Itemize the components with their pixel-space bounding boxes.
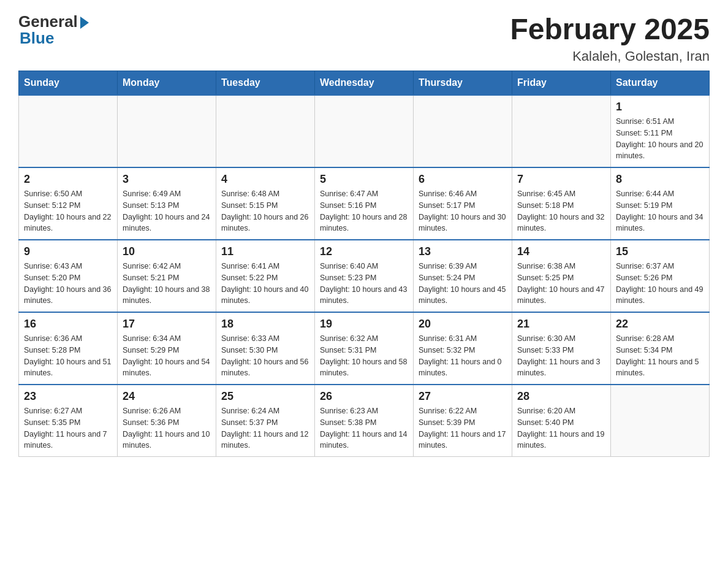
- day-sun-info: Sunrise: 6:40 AMSunset: 5:23 PMDaylight:…: [320, 261, 408, 307]
- page-header: General Blue February 2025 Kalaleh, Gole…: [18, 12, 710, 64]
- day-sun-info: Sunrise: 6:31 AMSunset: 5:32 PMDaylight:…: [419, 333, 507, 379]
- day-sun-info: Sunrise: 6:39 AMSunset: 5:24 PMDaylight:…: [419, 261, 507, 307]
- day-sun-info: Sunrise: 6:26 AMSunset: 5:36 PMDaylight:…: [123, 405, 211, 451]
- day-number: 21: [517, 318, 605, 331]
- week-row: 2Sunrise: 6:50 AMSunset: 5:12 PMDaylight…: [19, 167, 710, 240]
- day-sun-info: Sunrise: 6:32 AMSunset: 5:31 PMDaylight:…: [320, 333, 408, 379]
- calendar-day-cell: 24Sunrise: 6:26 AMSunset: 5:36 PMDayligh…: [118, 385, 216, 457]
- calendar-day-cell: 18Sunrise: 6:33 AMSunset: 5:30 PMDayligh…: [216, 312, 315, 385]
- calendar-day-cell: 1Sunrise: 6:51 AMSunset: 5:11 PMDaylight…: [611, 95, 710, 167]
- day-number: 5: [320, 173, 408, 186]
- day-sun-info: Sunrise: 6:27 AMSunset: 5:35 PMDaylight:…: [24, 405, 112, 451]
- calendar-day-cell: 4Sunrise: 6:48 AMSunset: 5:15 PMDaylight…: [216, 167, 315, 240]
- day-number: 28: [517, 390, 605, 403]
- logo: General Blue: [18, 12, 89, 48]
- calendar-day-cell: 5Sunrise: 6:47 AMSunset: 5:16 PMDaylight…: [315, 167, 414, 240]
- day-sun-info: Sunrise: 6:30 AMSunset: 5:33 PMDaylight:…: [517, 333, 605, 379]
- calendar-day-cell: [414, 95, 512, 167]
- day-of-week-header: Thursday: [414, 71, 512, 96]
- calendar-title: February 2025: [510, 12, 710, 46]
- day-number: 17: [123, 318, 211, 331]
- day-of-week-header: Sunday: [19, 71, 118, 96]
- week-row: 23Sunrise: 6:27 AMSunset: 5:35 PMDayligh…: [19, 385, 710, 457]
- calendar-day-cell: 14Sunrise: 6:38 AMSunset: 5:25 PMDayligh…: [512, 240, 611, 312]
- title-block: February 2025 Kalaleh, Golestan, Iran: [510, 12, 710, 64]
- calendar-day-cell: 22Sunrise: 6:28 AMSunset: 5:34 PMDayligh…: [611, 312, 710, 385]
- day-sun-info: Sunrise: 6:50 AMSunset: 5:12 PMDaylight:…: [24, 188, 112, 234]
- calendar-day-cell: 13Sunrise: 6:39 AMSunset: 5:24 PMDayligh…: [414, 240, 512, 312]
- day-sun-info: Sunrise: 6:44 AMSunset: 5:19 PMDaylight:…: [616, 188, 704, 234]
- day-number: 14: [517, 245, 605, 258]
- calendar-day-cell: [216, 95, 315, 167]
- day-sun-info: Sunrise: 6:36 AMSunset: 5:28 PMDaylight:…: [24, 333, 112, 379]
- calendar-day-cell: 7Sunrise: 6:45 AMSunset: 5:18 PMDaylight…: [512, 167, 611, 240]
- calendar-day-cell: 15Sunrise: 6:37 AMSunset: 5:26 PMDayligh…: [611, 240, 710, 312]
- week-row: 9Sunrise: 6:43 AMSunset: 5:20 PMDaylight…: [19, 240, 710, 312]
- day-of-week-header: Monday: [118, 71, 216, 96]
- calendar-day-cell: 25Sunrise: 6:24 AMSunset: 5:37 PMDayligh…: [216, 385, 315, 457]
- day-sun-info: Sunrise: 6:45 AMSunset: 5:18 PMDaylight:…: [517, 188, 605, 234]
- day-sun-info: Sunrise: 6:28 AMSunset: 5:34 PMDaylight:…: [616, 333, 704, 379]
- day-number: 8: [616, 173, 704, 186]
- day-number: 18: [221, 318, 309, 331]
- logo-blue-text: Blue: [20, 29, 54, 48]
- day-of-week-header: Wednesday: [315, 71, 414, 96]
- day-sun-info: Sunrise: 6:38 AMSunset: 5:25 PMDaylight:…: [517, 261, 605, 307]
- day-number: 15: [616, 245, 704, 258]
- day-sun-info: Sunrise: 6:24 AMSunset: 5:37 PMDaylight:…: [221, 405, 309, 451]
- day-number: 26: [320, 390, 408, 403]
- calendar-day-cell: 19Sunrise: 6:32 AMSunset: 5:31 PMDayligh…: [315, 312, 414, 385]
- calendar-day-cell: 3Sunrise: 6:49 AMSunset: 5:13 PMDaylight…: [118, 167, 216, 240]
- calendar-day-cell: 21Sunrise: 6:30 AMSunset: 5:33 PMDayligh…: [512, 312, 611, 385]
- day-number: 22: [616, 318, 704, 331]
- day-sun-info: Sunrise: 6:48 AMSunset: 5:15 PMDaylight:…: [221, 188, 309, 234]
- day-number: 16: [24, 318, 112, 331]
- day-number: 3: [123, 173, 211, 186]
- calendar-day-cell: [512, 95, 611, 167]
- calendar-day-cell: 16Sunrise: 6:36 AMSunset: 5:28 PMDayligh…: [19, 312, 118, 385]
- calendar-table: SundayMondayTuesdayWednesdayThursdayFrid…: [18, 71, 710, 457]
- day-sun-info: Sunrise: 6:22 AMSunset: 5:39 PMDaylight:…: [419, 405, 507, 451]
- day-number: 6: [419, 173, 507, 186]
- day-number: 11: [221, 245, 309, 258]
- day-number: 12: [320, 245, 408, 258]
- calendar-subtitle: Kalaleh, Golestan, Iran: [510, 48, 710, 64]
- day-sun-info: Sunrise: 6:49 AMSunset: 5:13 PMDaylight:…: [123, 188, 211, 234]
- day-sun-info: Sunrise: 6:23 AMSunset: 5:38 PMDaylight:…: [320, 405, 408, 451]
- calendar-day-cell: 9Sunrise: 6:43 AMSunset: 5:20 PMDaylight…: [19, 240, 118, 312]
- day-sun-info: Sunrise: 6:47 AMSunset: 5:16 PMDaylight:…: [320, 188, 408, 234]
- calendar-day-cell: 28Sunrise: 6:20 AMSunset: 5:40 PMDayligh…: [512, 385, 611, 457]
- week-row: 1Sunrise: 6:51 AMSunset: 5:11 PMDaylight…: [19, 95, 710, 167]
- week-row: 16Sunrise: 6:36 AMSunset: 5:28 PMDayligh…: [19, 312, 710, 385]
- calendar-day-cell: 8Sunrise: 6:44 AMSunset: 5:19 PMDaylight…: [611, 167, 710, 240]
- day-sun-info: Sunrise: 6:46 AMSunset: 5:17 PMDaylight:…: [419, 188, 507, 234]
- day-number: 20: [419, 318, 507, 331]
- calendar-day-cell: 26Sunrise: 6:23 AMSunset: 5:38 PMDayligh…: [315, 385, 414, 457]
- calendar-header: SundayMondayTuesdayWednesdayThursdayFrid…: [19, 71, 710, 96]
- day-number: 7: [517, 173, 605, 186]
- day-number: 9: [24, 245, 112, 258]
- day-sun-info: Sunrise: 6:41 AMSunset: 5:22 PMDaylight:…: [221, 261, 309, 307]
- days-of-week-row: SundayMondayTuesdayWednesdayThursdayFrid…: [19, 71, 710, 96]
- calendar-day-cell: [315, 95, 414, 167]
- calendar-day-cell: 10Sunrise: 6:42 AMSunset: 5:21 PMDayligh…: [118, 240, 216, 312]
- day-of-week-header: Friday: [512, 71, 611, 96]
- day-number: 1: [616, 101, 704, 113]
- day-sun-info: Sunrise: 6:20 AMSunset: 5:40 PMDaylight:…: [517, 405, 605, 451]
- calendar-day-cell: 2Sunrise: 6:50 AMSunset: 5:12 PMDaylight…: [19, 167, 118, 240]
- day-of-week-header: Saturday: [611, 71, 710, 96]
- day-sun-info: Sunrise: 6:43 AMSunset: 5:20 PMDaylight:…: [24, 261, 112, 307]
- day-sun-info: Sunrise: 6:34 AMSunset: 5:29 PMDaylight:…: [123, 333, 211, 379]
- day-number: 25: [221, 390, 309, 403]
- calendar-day-cell: 11Sunrise: 6:41 AMSunset: 5:22 PMDayligh…: [216, 240, 315, 312]
- day-sun-info: Sunrise: 6:51 AMSunset: 5:11 PMDaylight:…: [616, 116, 704, 162]
- calendar-day-cell: [118, 95, 216, 167]
- calendar-day-cell: 17Sunrise: 6:34 AMSunset: 5:29 PMDayligh…: [118, 312, 216, 385]
- day-number: 10: [123, 245, 211, 258]
- day-number: 13: [419, 245, 507, 258]
- day-sun-info: Sunrise: 6:42 AMSunset: 5:21 PMDaylight:…: [123, 261, 211, 307]
- day-number: 24: [123, 390, 211, 403]
- day-number: 2: [24, 173, 112, 186]
- day-sun-info: Sunrise: 6:33 AMSunset: 5:30 PMDaylight:…: [221, 333, 309, 379]
- calendar-day-cell: 6Sunrise: 6:46 AMSunset: 5:17 PMDaylight…: [414, 167, 512, 240]
